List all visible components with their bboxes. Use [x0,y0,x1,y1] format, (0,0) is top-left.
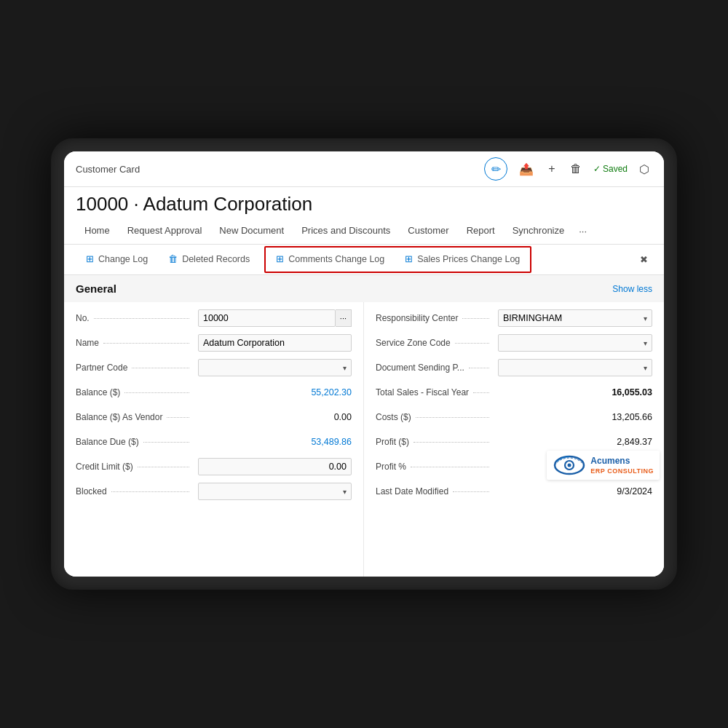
tab-sales-prices-change-log-label: Sales Prices Change Log [417,254,520,264]
tab-change-log[interactable]: ⊞ Change Log [76,248,158,272]
sales-prices-change-log-icon: ⊞ [405,253,413,264]
field-responsibility-center: Responsibility Center BIRMINGHAM ▾ [376,308,652,328]
show-less-button[interactable]: Show less [612,284,652,294]
form-grid: No. ··· Name [64,302,664,577]
add-icon: + [548,162,555,175]
value-costs: 13,205.66 [498,412,652,422]
share-icon: 📤 [519,162,534,176]
field-profit-percent: Profit % [376,456,652,477]
select-document-sending[interactable]: ▾ [498,359,652,376]
nav-customer[interactable]: Customer [399,219,457,243]
nav-menu: Home Request Approval New Document Price… [64,218,664,245]
tab-sales-prices-change-log[interactable]: ⊞ Sales Prices Change Log [395,248,530,272]
svg-point-2 [568,464,571,467]
right-column: Responsibility Center BIRMINGHAM ▾ Servi… [364,302,664,577]
label-total-sales: Total Sales - Fiscal Year [376,387,492,397]
field-balance: Balance ($) 55,202.30 [76,382,352,403]
nav-report[interactable]: Report [458,219,504,243]
label-last-date-modified: Last Date Modified [376,486,492,496]
action-bar: ⊞ Change Log 🗑 Deleted Records ⊞ Comment… [64,245,664,275]
input-name[interactable] [198,334,352,352]
acumens-logo-text: Acumens ERP CONSULTING [590,456,654,475]
nav-more[interactable]: ··· [573,220,593,242]
nav-request-approval[interactable]: Request Approval [119,219,211,243]
input-no-wrapper: ··· [198,309,352,327]
delete-icon: 🗑 [570,162,582,175]
comments-change-log-icon: ⊞ [276,253,284,264]
nav-new-document[interactable]: New Document [210,219,293,243]
field-profit: Profit ($) 2,849.37 [376,432,652,452]
chevron-responsibility: ▾ [644,314,647,323]
left-column: No. ··· Name [64,302,364,577]
field-partner-code: Partner Code ▾ [76,357,352,378]
label-no: No. [76,313,192,323]
label-balance: Balance ($) [76,387,192,397]
select-partner-code[interactable]: ▾ [198,359,352,376]
acumens-logo: Acumens ERP CONSULTING [547,451,660,480]
top-bar: Customer Card ✏ 📤 + 🗑 ✓ Saved ⬡ [64,151,664,187]
edit-icon: ✏ [491,162,501,176]
highlighted-tabs-group: ⊞ Comments Change Log ⊞ Sales Prices Cha… [264,246,531,273]
nav-home[interactable]: Home [76,219,119,243]
field-balance-due: Balance Due ($) 53,489.86 [76,432,352,452]
select-responsibility-center[interactable]: BIRMINGHAM ▾ [498,309,652,327]
tab-comments-change-log-label: Comments Change Log [288,254,384,264]
screen: Customer Card ✏ 📤 + 🗑 ✓ Saved ⬡ [64,151,664,577]
label-partner-code: Partner Code [76,363,192,373]
label-service-zone-code: Service Zone Code [376,338,492,348]
value-profit: 2,849.37 [498,437,652,447]
tab-deleted-records[interactable]: 🗑 Deleted Records [158,248,260,272]
label-balance-vendor: Balance ($) As Vendor [76,412,192,422]
field-service-zone-code: Service Zone Code ▾ [376,333,652,353]
change-log-icon: ⊞ [86,253,94,264]
section-title: General [76,282,116,295]
add-button[interactable]: + [545,159,558,178]
select-service-zone-code[interactable]: ▾ [498,334,652,352]
chevron-document-sending: ▾ [644,364,647,372]
label-responsibility-center: Responsibility Center [376,313,492,323]
external-link-button[interactable]: ⬡ [636,159,652,179]
chevron-service-zone: ▾ [644,339,647,347]
tab-deleted-records-label: Deleted Records [182,254,250,264]
field-costs: Costs ($) 13,205.66 [376,407,652,427]
value-balance-due: 53,489.86 [198,437,352,447]
label-profit: Profit ($) [376,437,492,447]
label-blocked: Blocked [76,486,192,496]
device-frame: Customer Card ✏ 📤 + 🗑 ✓ Saved ⬡ [51,138,677,590]
page-title: 10000 · Adatum Corporation [76,193,652,215]
section-header: General Show less [64,275,664,302]
label-costs: Costs ($) [376,412,492,422]
tab-comments-change-log[interactable]: ⊞ Comments Change Log [266,248,395,272]
input-credit-limit[interactable] [198,458,352,475]
ellipsis-no-button[interactable]: ··· [336,309,352,327]
deleted-records-icon: 🗑 [168,253,178,264]
field-last-date-modified: Last Date Modified 9/3/2024 [376,481,652,502]
top-bar-left: Customer Card [76,164,140,175]
tab-change-log-label: Change Log [98,254,148,264]
value-last-date-modified: 9/3/2024 [498,486,652,496]
field-name: Name [76,333,352,353]
field-credit-limit: Credit Limit ($) [76,456,352,477]
title-area: 10000 · Adatum Corporation [64,187,664,218]
value-total-sales: 16,055.03 [498,387,652,397]
external-link-icon: ⬡ [639,162,649,176]
label-name: Name [76,338,192,348]
app-title: Customer Card [76,164,140,175]
chevron-blocked: ▾ [343,488,347,496]
field-no: No. ··· [76,308,352,328]
input-no[interactable] [198,309,336,327]
label-profit-percent: Profit % [376,462,492,472]
share-button[interactable]: 📤 [516,159,537,179]
top-bar-actions: ✏ 📤 + 🗑 ✓ Saved ⬡ [484,157,652,181]
field-balance-vendor: Balance ($) As Vendor 0.00 [76,407,352,427]
select-blocked[interactable]: ▾ [198,483,352,500]
field-blocked: Blocked ▾ [76,481,352,502]
action-bar-more[interactable]: ✖ [636,248,652,271]
edit-button[interactable]: ✏ [484,157,507,181]
field-document-sending: Document Sending P... ▾ [376,357,652,378]
delete-button[interactable]: 🗑 [567,159,585,178]
saved-status: ✓ Saved [593,164,628,174]
field-total-sales: Total Sales - Fiscal Year 16,055.03 [376,382,652,403]
nav-synchronize[interactable]: Synchronize [504,219,574,243]
nav-prices-discounts[interactable]: Prices and Discounts [293,219,399,243]
